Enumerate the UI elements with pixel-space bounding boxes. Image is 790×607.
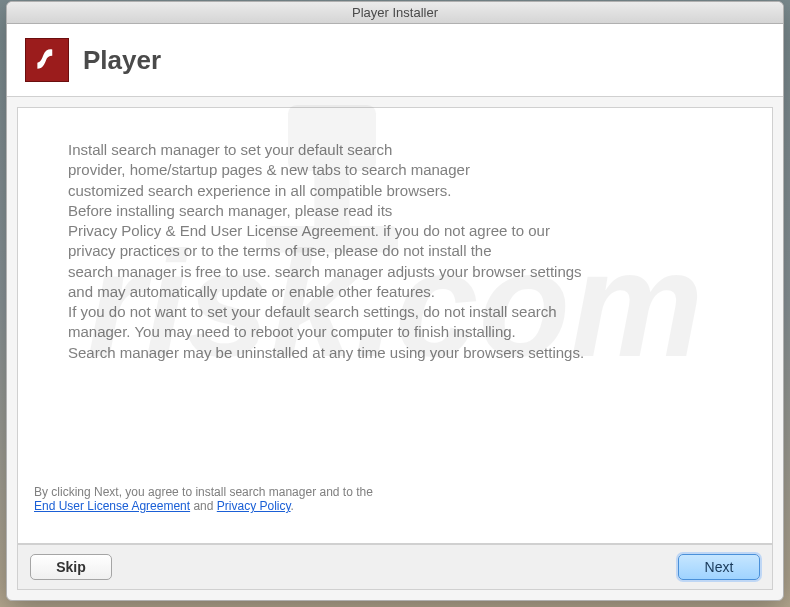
header: Player [7,24,783,97]
agreement-note: By clicking Next, you agree to install s… [34,485,722,513]
skip-button[interactable]: Skip [30,554,112,580]
button-bar: Skip Next [17,544,773,590]
next-button[interactable]: Next [678,554,760,580]
window-title: Player Installer [352,5,438,20]
installer-window: Player Installer Player Install search m… [6,1,784,601]
eula-link[interactable]: End User License Agreement [34,499,190,513]
agreement-prefix: By clicking Next, you agree to install s… [34,485,373,499]
body-text: Install search manager to set your defau… [68,140,722,465]
privacy-link[interactable]: Privacy Policy [217,499,291,513]
agreement-period: . [291,499,294,513]
content-panel: Install search manager to set your defau… [17,107,773,544]
agreement-and: and [190,499,217,513]
titlebar: Player Installer [7,2,783,24]
header-title: Player [83,45,161,76]
flash-logo-icon [25,38,69,82]
